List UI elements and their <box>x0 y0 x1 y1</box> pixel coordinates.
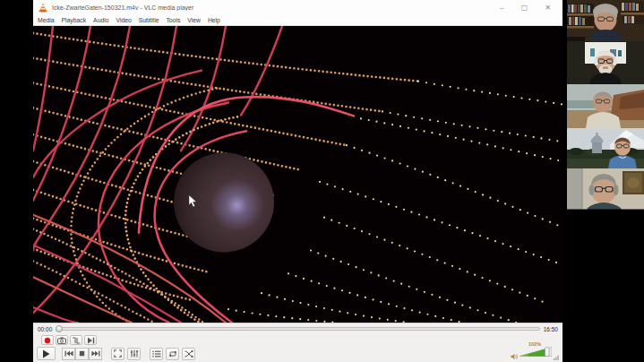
speaker-icon <box>511 353 518 360</box>
menu-subtitle[interactable]: Subtitle <box>139 17 159 23</box>
menu-tools[interactable]: Tools <box>166 17 180 23</box>
advanced-controls <box>33 334 562 346</box>
record-icon <box>44 337 51 344</box>
next-button[interactable] <box>89 348 102 360</box>
next-icon <box>91 350 100 357</box>
fullscreen-icon <box>114 349 122 358</box>
elapsed-time: 00:00 <box>38 326 52 332</box>
fullscreen-button[interactable] <box>111 348 125 360</box>
participant-dome[interactable] <box>567 128 644 168</box>
frame-by-frame-button[interactable] <box>84 335 97 345</box>
previous-icon <box>64 350 73 357</box>
seek-knob[interactable] <box>56 325 63 332</box>
play-button[interactable] <box>37 347 56 360</box>
frame-by-frame-icon <box>87 337 95 344</box>
volume-bars-icon <box>554 354 559 360</box>
participant-beach[interactable] <box>567 84 644 128</box>
seek-bar[interactable] <box>56 327 539 331</box>
seek-row: 00:00 16:50 <box>33 323 562 334</box>
vlc-window: Icke-ZwarteGaten-150321.m4v - VLC media … <box>33 0 562 362</box>
shuffle-button[interactable] <box>182 348 195 360</box>
equalizer-icon <box>130 349 139 358</box>
menu-help[interactable]: Help <box>208 17 220 23</box>
window-title: Icke-ZwarteGaten-150321.m4v - VLC media … <box>52 4 500 11</box>
blackhole-visualization <box>33 26 562 323</box>
playlist-icon <box>152 350 161 358</box>
volume-level-label: 102% <box>528 341 541 347</box>
control-bar: 00:00 16:50 <box>33 323 562 362</box>
previous-button[interactable] <box>62 348 75 360</box>
screen: Icke-ZwarteGaten-150321.m4v - VLC media … <box>0 0 644 362</box>
minimize-button[interactable]: – <box>500 4 503 12</box>
loop-ab-icon <box>72 337 81 344</box>
menu-video[interactable]: Video <box>116 17 132 23</box>
record-button[interactable] <box>41 335 54 345</box>
loop-button[interactable] <box>166 348 179 360</box>
video-canvas[interactable] <box>33 26 562 323</box>
vlc-cone-icon <box>39 3 47 13</box>
snapshot-camera-icon <box>57 337 66 344</box>
play-icon <box>42 349 50 358</box>
playlist-button[interactable] <box>150 348 163 360</box>
participant-room[interactable] <box>567 168 644 213</box>
menu-view[interactable]: View <box>187 17 201 23</box>
close-button[interactable]: ✕ <box>545 4 551 12</box>
volume-wedge[interactable]: 102% <box>519 344 552 360</box>
video-call-sidebar <box>567 0 644 362</box>
loop-ab-button[interactable] <box>70 335 82 345</box>
menu-audio[interactable]: Audio <box>93 17 108 23</box>
snapshot-button[interactable] <box>56 335 68 345</box>
menu-bar: Media Playback Audio Video Subtitle Tool… <box>33 15 562 26</box>
total-time: 16:50 <box>544 326 558 332</box>
equalizer-button[interactable] <box>127 348 141 360</box>
participant-window[interactable] <box>567 41 644 84</box>
main-controls: 102% <box>33 346 562 362</box>
loop-icon <box>168 350 177 358</box>
menu-playback[interactable]: Playback <box>62 17 87 23</box>
stop-icon <box>79 350 85 357</box>
participant-bookshelf[interactable] <box>567 0 644 41</box>
menu-media[interactable]: Media <box>38 17 55 23</box>
volume-control[interactable]: 102% <box>511 344 559 360</box>
maximize-button[interactable]: ▢ <box>521 4 528 12</box>
title-bar[interactable]: Icke-ZwarteGaten-150321.m4v - VLC media … <box>33 0 562 15</box>
shuffle-icon <box>185 350 193 358</box>
stop-button[interactable] <box>75 348 89 360</box>
